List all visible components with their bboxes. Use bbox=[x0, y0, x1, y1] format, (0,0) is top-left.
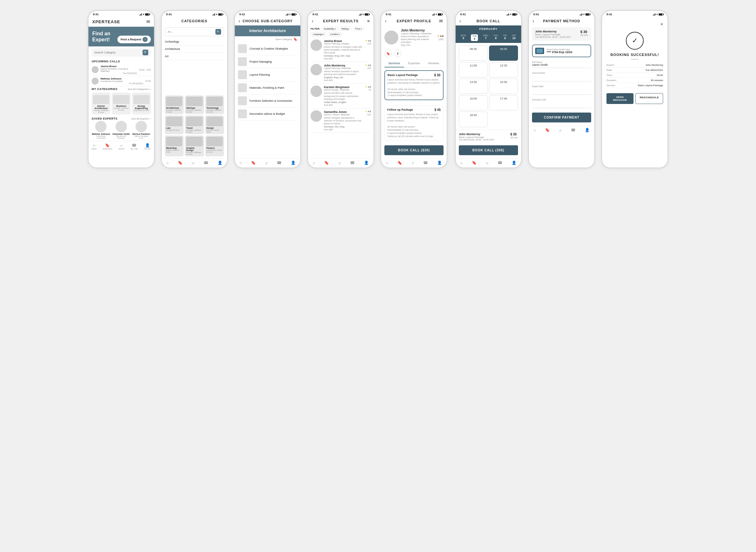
mail-icon[interactable]: ✉ bbox=[146, 19, 150, 24]
grid-category[interactable]: Technologyconcept, software & more bbox=[205, 95, 224, 114]
nav-search[interactable]: ⌕ bbox=[486, 161, 489, 165]
back-button[interactable]: ‹ bbox=[239, 18, 240, 23]
nav-bookmarks[interactable]: 🔖Bookmarks bbox=[103, 143, 112, 150]
nav-account[interactable]: 👤 bbox=[291, 161, 296, 165]
nav-account[interactable]: 👤 bbox=[437, 161, 442, 165]
nav-calls[interactable]: ☎ bbox=[423, 161, 428, 165]
category-card[interactable]: Businessconcept, software & more bbox=[112, 93, 130, 115]
time-slot[interactable]: 12:30 bbox=[489, 62, 518, 77]
nav-home[interactable]: ⌂ bbox=[240, 161, 242, 165]
time-slot-selected[interactable]: 09:30 bbox=[489, 45, 518, 61]
nav-bookmarks[interactable]: 🔖 bbox=[251, 161, 256, 165]
back-button[interactable]: ‹ bbox=[385, 18, 387, 23]
search-input[interactable] bbox=[94, 51, 142, 54]
grid-category[interactable]: Architectureconcept, software & more bbox=[165, 95, 184, 114]
menu-icon[interactable]: ≡ bbox=[367, 18, 370, 23]
see-all-experts[interactable]: See All Experts > bbox=[131, 117, 151, 120]
nav-account[interactable]: 👤Account bbox=[144, 143, 151, 150]
grid-category[interactable]: Financeconsultation, plans & more bbox=[205, 135, 224, 156]
filter-price[interactable]: Price▾ bbox=[353, 27, 364, 31]
expert-card[interactable]: Mathias ZeitraumInvestment Consultant bbox=[92, 121, 110, 139]
time-slot[interactable]: 11:00 bbox=[459, 62, 488, 77]
nav-home[interactable]: ⌂ bbox=[167, 161, 169, 165]
nav-account[interactable]: 👤 bbox=[512, 161, 516, 165]
grid-category[interactable]: Startupsconcept, software & more bbox=[185, 95, 204, 114]
list-item[interactable]: Project Managing bbox=[238, 55, 297, 68]
nav-home[interactable]: ⌂ bbox=[313, 161, 315, 165]
calendar-day[interactable]: MON5 bbox=[461, 34, 466, 41]
card-number-input[interactable] bbox=[532, 76, 591, 79]
close-button[interactable]: × bbox=[661, 22, 663, 27]
time-slot[interactable]: 08:30 bbox=[459, 45, 488, 61]
category-card[interactable]: Energy Engineeringeng, softr & more bbox=[132, 93, 151, 115]
tab-services[interactable]: Services bbox=[385, 60, 404, 67]
list-item[interactable]: Architecture bbox=[165, 45, 224, 53]
nav-account[interactable]: 👤 bbox=[364, 161, 369, 165]
nav-bookmarks[interactable]: 🔖 bbox=[472, 161, 476, 165]
save-icon[interactable]: 🔖 bbox=[385, 49, 392, 57]
nav-home[interactable]: ⌂ bbox=[460, 161, 463, 165]
nav-calls[interactable]: ☎ bbox=[204, 161, 208, 165]
nav-bookmarks[interactable]: 🔖 bbox=[398, 161, 402, 165]
expert-card[interactable]: Monica PambinoInterior designer Cons. bbox=[132, 121, 151, 139]
reschedule-button[interactable]: RESCHEDULE bbox=[635, 93, 663, 104]
nav-home[interactable]: ⌂ bbox=[386, 161, 388, 165]
nav-home[interactable]: ⌂Home bbox=[92, 143, 97, 150]
send-message-button[interactable]: SEND MESSAGE bbox=[607, 93, 634, 104]
see-all-categories[interactable]: See All Categories > bbox=[128, 88, 151, 91]
filter-availability[interactable]: Availability▾ bbox=[321, 27, 338, 31]
list-item[interactable]: Materials, Finishing & Paint bbox=[238, 82, 297, 95]
bookmark-icon[interactable]: 🔖 bbox=[293, 37, 297, 41]
expert-card[interactable]: Sebastian SmithMechanical Engineer bbox=[112, 121, 130, 139]
list-item[interactable]: Layout Planning bbox=[238, 68, 297, 82]
nav-search[interactable]: ⌕Search bbox=[118, 143, 124, 150]
nav-calls[interactable]: ☎ bbox=[277, 161, 282, 165]
nav-calls[interactable]: ☎ bbox=[350, 161, 355, 165]
tab-reviews[interactable]: Reviews bbox=[424, 60, 444, 67]
nav-search[interactable]: ⌕ bbox=[192, 161, 194, 165]
nav-search[interactable]: ⌕ bbox=[339, 161, 341, 165]
filter-language[interactable]: Language▾ bbox=[311, 32, 326, 36]
time-slot[interactable]: 16:00 bbox=[459, 95, 488, 110]
tab-expertise[interactable]: Expertise bbox=[404, 60, 424, 67]
list-item[interactable]: Furniture Selection & Accessories bbox=[238, 95, 297, 108]
book-call-button[interactable]: BOOK CALL ($30) bbox=[385, 145, 444, 155]
back-button[interactable]: ‹ bbox=[312, 18, 313, 23]
nav-search[interactable]: ⌕ bbox=[412, 161, 414, 165]
grid-category[interactable]: Lawconcept & more bbox=[165, 115, 184, 134]
nav-calls[interactable]: ☎My Calls bbox=[130, 143, 138, 150]
nav-account[interactable]: 👤 bbox=[218, 161, 222, 165]
list-item[interactable]: Decoration advice & Budget bbox=[238, 108, 297, 121]
calendar-day[interactable]: FRI9 bbox=[503, 34, 507, 41]
expert-result-item[interactable]: Samantha Jones Interior / Plants / Mater… bbox=[311, 108, 371, 133]
search-button[interactable]: 🔍 bbox=[142, 49, 148, 55]
search-button[interactable]: 🔍 bbox=[215, 29, 221, 35]
time-slot[interactable]: 13:30 bbox=[459, 79, 488, 94]
calendar-day[interactable]: SAT10 bbox=[512, 34, 516, 41]
expert-result-item[interactable]: Karsten Bergmann Interior Design / Mater… bbox=[311, 84, 371, 108]
category-card[interactable]: Interior Architectureconcept, software &… bbox=[92, 93, 110, 115]
grid-category[interactable]: Travelconcept, software & more bbox=[185, 115, 204, 134]
nav-calls[interactable]: ☎ bbox=[498, 161, 503, 165]
mail-icon[interactable]: ✉ bbox=[439, 18, 443, 23]
expert-result-item[interactable]: John Monterrey Layout Planning / Materia… bbox=[311, 62, 371, 84]
list-item[interactable]: Concept & Creative Strategies bbox=[238, 42, 297, 55]
nav-calls[interactable]: ☎ bbox=[571, 128, 575, 132]
confirm-payment-button[interactable]: CONFIRM PAYMENT bbox=[532, 113, 591, 122]
list-item[interactable]: Art bbox=[165, 53, 224, 60]
expert-result-item[interactable]: Janina Braun Interior Planning / Budget … bbox=[311, 37, 371, 62]
grid-category[interactable]: Designinterior, shop & more bbox=[205, 115, 224, 134]
time-slot[interactable]: 18:30 bbox=[459, 112, 488, 127]
nav-search[interactable]: ⌕ bbox=[559, 128, 562, 132]
security-code-input[interactable] bbox=[532, 103, 591, 106]
back-button[interactable]: ‹ bbox=[459, 18, 461, 23]
expiry-input[interactable] bbox=[532, 89, 591, 93]
search-input[interactable] bbox=[168, 30, 215, 33]
nav-bookmarks[interactable]: 🔖 bbox=[178, 161, 183, 165]
filter-rating[interactable]: Rating▾ bbox=[339, 27, 352, 31]
nav-bookmarks[interactable]: 🔖 bbox=[324, 161, 329, 165]
list-item[interactable]: Archeology bbox=[165, 38, 224, 45]
calendar-day[interactable]: THU8 bbox=[494, 34, 498, 41]
post-request-button[interactable]: Post a Request › bbox=[117, 36, 151, 43]
book-call-button[interactable]: BOOK CALL (30$) bbox=[459, 145, 518, 155]
